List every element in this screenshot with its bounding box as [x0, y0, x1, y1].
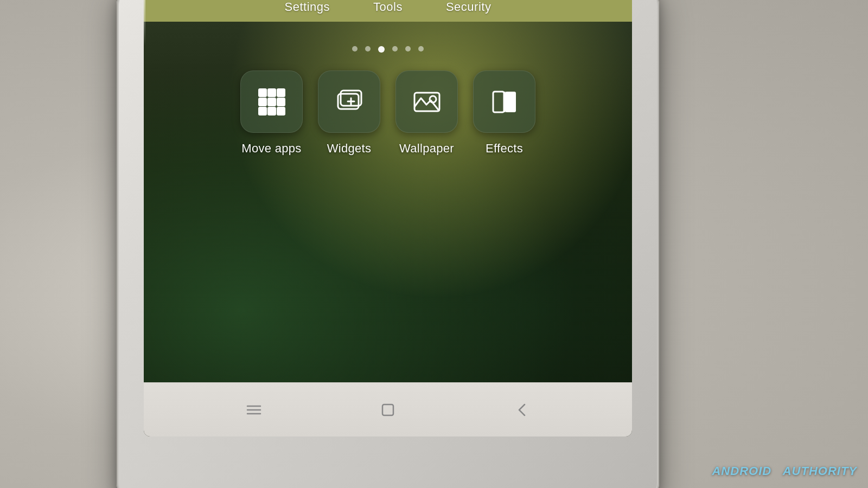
widgets-app[interactable]: Widgets	[318, 70, 380, 156]
menu-icon	[245, 401, 263, 419]
svg-rect-0	[258, 88, 267, 97]
svg-rect-16	[505, 92, 516, 112]
phone-highlight	[144, 0, 145, 46]
wallpaper-icon-bg	[395, 70, 458, 133]
wallpaper-label: Wallpaper	[399, 142, 454, 156]
page-dot-3-active[interactable]	[378, 46, 385, 53]
page-dot-2[interactable]	[365, 46, 371, 52]
phone-device: Settings Tools Security	[117, 0, 659, 488]
svg-rect-3	[258, 98, 267, 106]
svg-rect-15	[493, 92, 504, 112]
move-apps-label: Move apps	[241, 142, 301, 156]
security-nav-item[interactable]: Security	[446, 0, 491, 14]
wallpaper-app[interactable]: Wallpaper	[395, 70, 458, 156]
effects-label: Effects	[486, 142, 523, 156]
widgets-icon-bg	[318, 70, 380, 133]
page-indicators	[144, 46, 632, 53]
settings-nav-item[interactable]: Settings	[285, 0, 330, 14]
tools-nav-item[interactable]: Tools	[373, 0, 403, 14]
menu-button[interactable]	[238, 394, 270, 426]
watermark-suffix: AUTHORITY	[783, 464, 857, 478]
svg-rect-21	[382, 404, 393, 415]
app-icons-grid: Move apps Widgets	[144, 70, 632, 156]
home-button[interactable]	[372, 394, 404, 426]
page-dot-5[interactable]	[405, 46, 411, 52]
back-icon	[513, 401, 531, 419]
move-apps-icon-bg	[240, 70, 303, 133]
svg-rect-1	[267, 88, 276, 97]
widgets-icon	[334, 86, 365, 118]
effects-app[interactable]: Effects	[473, 70, 535, 156]
back-button[interactable]	[506, 394, 538, 426]
watermark-prefix: ANDROID	[712, 464, 771, 478]
svg-rect-5	[277, 98, 285, 106]
svg-rect-2	[277, 88, 285, 97]
svg-rect-6	[258, 107, 267, 115]
effects-icon-bg	[473, 70, 535, 133]
move-apps-app[interactable]: Move apps	[240, 70, 303, 156]
widgets-label: Widgets	[327, 142, 372, 156]
navigation-bar	[144, 382, 632, 436]
svg-rect-7	[267, 107, 276, 115]
page-dot-1[interactable]	[352, 46, 358, 52]
wallpaper-icon	[411, 86, 443, 118]
svg-point-14	[430, 96, 436, 102]
svg-rect-4	[267, 98, 276, 106]
svg-rect-8	[277, 107, 285, 115]
watermark: ANDROID AUTHORITY	[712, 464, 857, 478]
top-navigation-bar: Settings Tools Security	[144, 0, 632, 22]
page-dot-6[interactable]	[418, 46, 424, 52]
phone-screen: Settings Tools Security	[144, 0, 632, 436]
home-icon	[379, 401, 397, 419]
effects-icon	[489, 86, 520, 118]
move-apps-icon	[256, 86, 288, 118]
page-dot-4[interactable]	[392, 46, 398, 52]
